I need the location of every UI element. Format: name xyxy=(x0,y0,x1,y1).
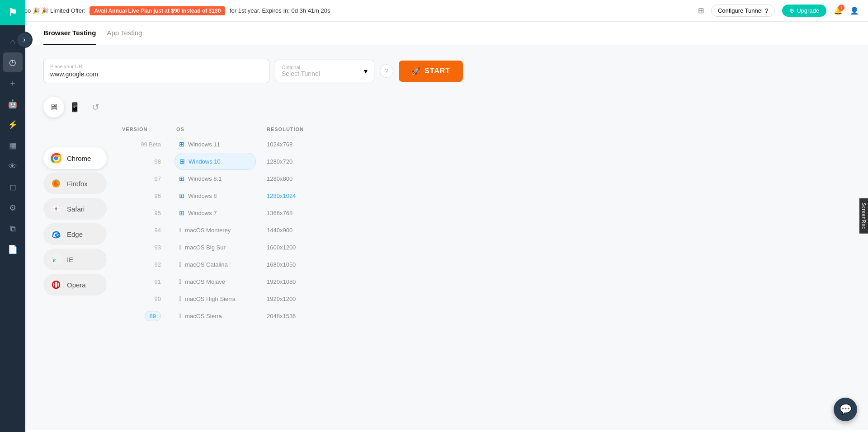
res-item-9[interactable]: 1920x1200 xyxy=(265,290,328,307)
sidebar-item-visual[interactable]: 👁 xyxy=(3,156,23,176)
os-item-sierra[interactable]:  macOS Sierra xyxy=(175,307,256,324)
tunnel-inner: Optional Select Tunnel xyxy=(282,65,320,77)
top-banner: Wohooo 🎉 🎉 Limited Offer: Avail Annual L… xyxy=(0,0,868,22)
res-item-2[interactable]: 1280x800 xyxy=(265,170,328,187)
chrome-logo xyxy=(50,152,62,164)
os-col-header: OS xyxy=(175,127,256,132)
version-item-98[interactable]: 98 xyxy=(120,153,165,170)
banner-left: Wohooo 🎉 🎉 Limited Offer: Avail Annual L… xyxy=(9,7,330,14)
sidebar-logo[interactable]: ⚑ xyxy=(0,0,25,25)
os-item-monterey[interactable]:  macOS Monterey xyxy=(175,221,256,239)
version-item-90[interactable]: 90 xyxy=(120,290,165,307)
screenrec-sidebar[interactable]: ScreenRec xyxy=(859,198,868,234)
browser-item-edge[interactable]: Edge xyxy=(43,223,107,245)
os-item-catalina[interactable]:  macOS Catalina xyxy=(175,256,256,273)
upgrade-label: Upgrade xyxy=(797,7,819,14)
version-item-91[interactable]: 91 xyxy=(120,273,165,290)
os-item-highsierra[interactable]:  macOS High Sierra xyxy=(175,290,256,307)
version-item-93[interactable]: 93 xyxy=(120,239,165,256)
chat-bubble[interactable]: 💬 xyxy=(834,398,857,421)
url-input-wrap[interactable]: Place your URL xyxy=(43,59,269,83)
chrome-label: Chrome xyxy=(67,155,91,162)
url-input-label: Place your URL xyxy=(50,64,263,69)
screenrec-label: ScreenRec xyxy=(861,203,866,229)
notification-icon[interactable]: 🔔 1 xyxy=(834,6,843,15)
user-avatar[interactable]: 👤 xyxy=(850,6,859,15)
version-item-92[interactable]: 92 xyxy=(120,256,165,273)
sidebar-item-apptest[interactable]: ◻ xyxy=(3,177,23,197)
browser-item-opera[interactable]: Opera xyxy=(43,274,107,296)
browser-item-safari[interactable]: Safari xyxy=(43,198,107,220)
opera-label: Opera xyxy=(67,281,86,289)
os-item-win10[interactable]: ⊞ Windows 10 xyxy=(175,153,256,170)
sidebar-expand-button[interactable]: › xyxy=(16,32,33,48)
ie-logo: e xyxy=(50,253,62,266)
res-item-7[interactable]: 1680x1050 xyxy=(265,256,328,273)
configure-tunnel-label: Configure Tunnel xyxy=(718,7,763,14)
device-tab-desktop[interactable]: 🖥 xyxy=(43,97,64,117)
res-item-0[interactable]: 1024x768 xyxy=(265,136,328,153)
rocket-icon: 🚀 xyxy=(411,67,421,75)
res-item-1[interactable]: 1280x720 xyxy=(265,153,328,170)
visual-icon: 👁 xyxy=(9,162,17,171)
browser-item-firefox[interactable]: Firefox xyxy=(43,173,107,194)
browser-item-chrome[interactable]: Chrome xyxy=(43,147,107,169)
tunnel-value: Select Tunnel xyxy=(282,70,320,77)
version-item-96[interactable]: 96 xyxy=(120,187,165,204)
sidebar-item-automate[interactable]: 🤖 xyxy=(3,94,23,114)
sidebar-item-accessibility[interactable]: ⚙ xyxy=(3,198,23,218)
configure-tunnel-button[interactable]: Configure Tunnel ? xyxy=(711,5,775,17)
os-item-win7[interactable]: ⊞ Windows 7 xyxy=(175,204,256,221)
sidebar-item-add[interactable]: ＋ xyxy=(3,73,23,93)
os-item-mojave[interactable]:  macOS Mojave xyxy=(175,273,256,290)
sidebar-item-screenshot[interactable]: ▦ xyxy=(3,136,23,155)
windows-icon: ⊞ xyxy=(179,209,184,216)
res-item-6[interactable]: 1600x1200 xyxy=(265,239,328,256)
version-item-89[interactable]: 89 xyxy=(120,307,165,324)
tunnel-select-wrap[interactable]: Optional Select Tunnel ▾ xyxy=(275,60,374,82)
os-item-win81[interactable]: ⊞ Windows 8.1 xyxy=(175,170,256,187)
chat-icon: 💬 xyxy=(840,404,852,415)
windows-icon: ⊞ xyxy=(179,141,184,148)
os-item-win11[interactable]: ⊞ Windows 11 xyxy=(175,136,256,153)
tab-browser-testing-label: Browser Testing xyxy=(43,29,96,37)
url-row: Place your URL Optional Select Tunnel ▾ … xyxy=(43,59,850,83)
res-item-3[interactable]: 1280x1024 xyxy=(265,187,328,204)
live-icon: ◷ xyxy=(9,57,16,67)
apple-icon:  xyxy=(179,244,181,251)
res-item-4[interactable]: 1366x768 xyxy=(265,204,328,221)
version-item-99beta[interactable]: 99 Beta xyxy=(120,136,165,153)
version-item-95[interactable]: 95 xyxy=(120,204,165,221)
version-item-97[interactable]: 97 xyxy=(120,170,165,187)
browser-item-ie[interactable]: e IE xyxy=(43,249,107,270)
res-item-5[interactable]: 1440x900 xyxy=(265,221,328,239)
upgrade-button[interactable]: ⊕ Upgrade xyxy=(782,5,826,17)
tunnel-label: Optional xyxy=(282,65,320,70)
help-circle[interactable]: ? xyxy=(380,64,393,78)
sidebar-item-integration[interactable]: ⧉ xyxy=(3,219,23,239)
start-button[interactable]: 🚀 START xyxy=(399,61,463,82)
device-tab-history[interactable]: ↺ xyxy=(85,97,106,117)
os-item-win8[interactable]: ⊞ Windows 8 xyxy=(175,187,256,204)
url-input[interactable] xyxy=(50,70,263,78)
res-item-8[interactable]: 1920x1080 xyxy=(265,273,328,290)
sidebar-item-docs[interactable]: 📄 xyxy=(3,239,23,259)
os-item-bigsur[interactable]:  macOS Big Sur xyxy=(175,239,256,256)
integration-icon: ⧉ xyxy=(10,224,16,234)
device-tab-mobile[interactable]: 📱 xyxy=(64,97,85,117)
sidebar-item-live[interactable]: ◷ xyxy=(3,52,23,72)
browser-grid: Chrome Firefox Safari xyxy=(43,127,850,324)
sidebar-item-performance[interactable]: ⚡ xyxy=(3,115,23,135)
tab-browser-testing[interactable]: Browser Testing xyxy=(43,22,96,45)
notification-badge: 1 xyxy=(838,5,844,11)
grid-icon[interactable]: ⊞ xyxy=(698,6,704,15)
edge-logo xyxy=(50,228,62,240)
device-row: 🖥 📱 ↺ xyxy=(43,97,850,117)
safari-label: Safari xyxy=(67,205,85,213)
version-item-94[interactable]: 94 xyxy=(120,221,165,239)
res-item-10[interactable]: 2048x1536 xyxy=(265,307,328,324)
apple-icon:  xyxy=(179,295,181,302)
edge-label: Edge xyxy=(67,230,83,238)
offer-label[interactable]: Avail Annual Live Plan just at $90 inste… xyxy=(90,6,225,15)
tab-app-testing[interactable]: App Testing xyxy=(107,22,142,45)
